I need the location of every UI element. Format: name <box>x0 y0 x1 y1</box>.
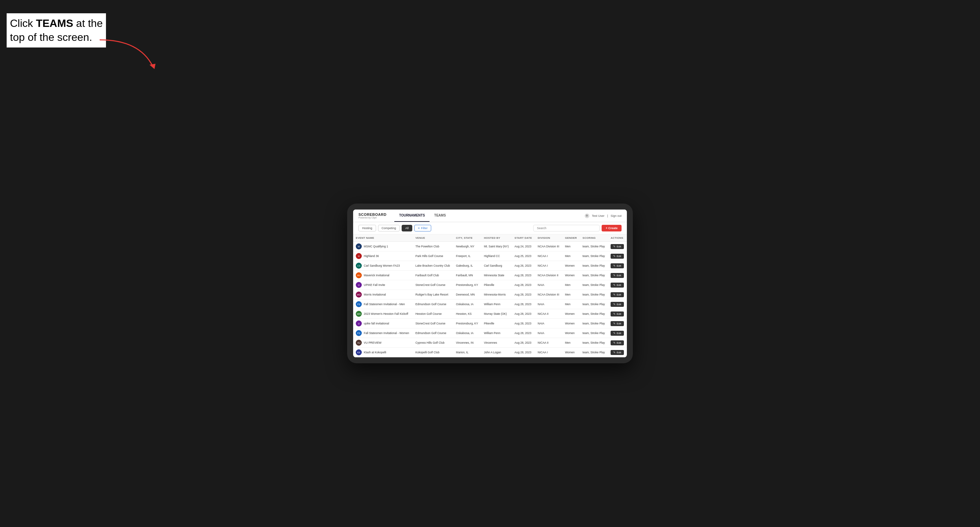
scoring-7: team, Stroke Play <box>580 309 608 319</box>
edit-button-4[interactable]: Edit <box>611 283 624 287</box>
actions-2: Edit <box>608 261 627 271</box>
event-name-11: Klash at Kokopelli <box>364 351 387 354</box>
tablet-device: SCOREBOARD Powered by Clipit TOURNAMENTS… <box>347 203 633 363</box>
actions-4: Edit <box>608 280 627 290</box>
edit-button-2[interactable]: Edit <box>611 264 624 268</box>
venue-2: Lake Bracken Country Club <box>413 261 453 271</box>
edit-button-5[interactable]: Edit <box>611 292 624 297</box>
sign-out-link[interactable]: Sign out <box>611 214 622 217</box>
event-name-6: Fall Statesmen Invitational - Men <box>364 303 405 306</box>
city-state-6: Oskaloosa, IA <box>453 300 481 309</box>
hosted-by-11: John A Logan <box>481 348 512 357</box>
event-name-7: 2023 Women's Hesston Fall Kickoff <box>364 312 408 316</box>
city-state-9: Oskaloosa, IA <box>453 329 481 338</box>
edit-button-8[interactable]: Edit <box>611 321 624 326</box>
hosted-by-5: Minnesota-Morris <box>481 290 512 300</box>
edit-button-1[interactable]: Edit <box>611 254 624 259</box>
edit-button-10[interactable]: Edit <box>611 340 624 345</box>
edit-button-6[interactable]: Edit <box>611 302 624 307</box>
event-name-cell-2: CS Carl Sandburg Women FA23 <box>353 261 413 271</box>
table-row: VU VU PREVIEW Cypress Hills Golf Club Vi… <box>353 338 627 348</box>
team-logo-2: CS <box>356 263 362 269</box>
hosted-by-8: Pikeville <box>481 319 512 329</box>
team-logo-3: MV <box>356 272 362 278</box>
navbar: SCOREBOARD Powered by Clipit TOURNAMENTS… <box>353 210 627 222</box>
event-name-2: Carl Sandburg Women FA23 <box>364 264 400 267</box>
hosted-by-1: Highland CC <box>481 251 512 261</box>
team-logo-6: FS <box>356 301 362 307</box>
table-row: U UPIKE Fall Invite StoneCrest Golf Cour… <box>353 280 627 290</box>
nav-teams[interactable]: TEAMS <box>430 210 450 222</box>
actions-8: Edit <box>608 319 627 329</box>
filter-icon: ≡ <box>418 227 420 230</box>
division-4: NAIA <box>535 280 562 290</box>
city-state-3: Faribault, MN <box>453 271 481 280</box>
edit-button-7[interactable]: Edit <box>611 311 624 316</box>
tournaments-table: EVENT NAME VENUE CITY, STATE HOSTED BY S… <box>353 235 627 357</box>
separator: | <box>607 214 608 217</box>
actions-5: Edit <box>608 290 627 300</box>
actions-9: Edit <box>608 329 627 338</box>
actions-7: Edit <box>608 309 627 319</box>
actions-3: Edit <box>608 271 627 280</box>
create-button[interactable]: + Create <box>601 225 622 232</box>
event-name-cell-8: U upike fall invitational <box>353 319 413 329</box>
event-name-cell-7: WH 2023 Women's Hesston Fall Kickoff <box>353 309 413 319</box>
edit-button-0[interactable]: Edit <box>611 244 624 249</box>
col-city-state: CITY, STATE <box>453 235 481 242</box>
division-11: NICAA I <box>535 348 562 357</box>
venue-6: Edmundson Golf Course <box>413 300 453 309</box>
instruction-bold: TEAMS <box>36 17 73 29</box>
actions-6: Edit <box>608 300 627 309</box>
venue-3: Faribault Golf Club <box>413 271 453 280</box>
gender-8: Women <box>562 319 580 329</box>
event-name-cell-10: VU VU PREVIEW <box>353 338 413 348</box>
table-row: MV Maverick Invitational Faribault Golf … <box>353 271 627 280</box>
nav-links: TOURNAMENTS TEAMS <box>395 210 450 222</box>
edit-button-9[interactable]: Edit <box>611 331 624 336</box>
hosted-by-4: Pikeville <box>481 280 512 290</box>
start-date-11: Aug 28, 2023 <box>512 348 535 357</box>
venue-11: Kokopelli Golf Club <box>413 348 453 357</box>
team-logo-0: M <box>356 243 362 249</box>
col-event-name: EVENT NAME <box>353 235 413 242</box>
nav-tournaments[interactable]: TOURNAMENTS <box>395 210 430 222</box>
edit-button-11[interactable]: Edit <box>611 350 624 355</box>
table-row: MO Morris Invitational Ruttger's Bay Lak… <box>353 290 627 300</box>
competing-button[interactable]: Competing <box>378 225 400 232</box>
start-date-5: Aug 28, 2023 <box>512 290 535 300</box>
division-8: NAIA <box>535 319 562 329</box>
city-state-10: Vincennes, IN <box>453 338 481 348</box>
brand-sub: Powered by Clipit <box>358 216 387 219</box>
brand: SCOREBOARD Powered by Clipit <box>358 213 387 219</box>
event-name-4: UPIKE Fall Invite <box>364 283 385 287</box>
hosted-by-10: Vincennes <box>481 338 512 348</box>
scoring-5: team, Stroke Play <box>580 290 608 300</box>
event-name-cell-4: U UPIKE Fall Invite <box>353 280 413 290</box>
filter-button[interactable]: ≡ Filter <box>414 225 431 232</box>
svg-marker-0 <box>150 64 156 69</box>
team-logo-8: U <box>356 321 362 326</box>
hosted-by-7: Murray State (OK) <box>481 309 512 319</box>
hosting-button[interactable]: Hosting <box>358 225 376 232</box>
event-name-5: Morris Invitational <box>364 293 386 296</box>
division-10: NICAA II <box>535 338 562 348</box>
gender-7: Women <box>562 309 580 319</box>
edit-button-3[interactable]: Edit <box>611 273 624 278</box>
division-7: NICAA II <box>535 309 562 319</box>
event-name-3: Maverick Invitational <box>364 274 389 277</box>
hosted-by-9: William Penn <box>481 329 512 338</box>
city-state-7: Hesston, KS <box>453 309 481 319</box>
all-button[interactable]: All <box>402 225 412 232</box>
search-input[interactable] <box>533 225 600 232</box>
settings-icon[interactable]: ⚙ <box>585 214 589 218</box>
nav-right: ⚙ Test User | Sign out <box>585 214 622 218</box>
gender-11: Women <box>562 348 580 357</box>
venue-8: StoneCrest Golf Course <box>413 319 453 329</box>
col-actions: ACTIONS <box>608 235 627 242</box>
event-name-cell-5: MO Morris Invitational <box>353 290 413 300</box>
event-name-cell-6: FS Fall Statesmen Invitational - Men <box>353 300 413 309</box>
col-venue: VENUE <box>413 235 453 242</box>
team-logo-9: FS <box>356 330 362 336</box>
brand-title: SCOREBOARD <box>358 213 387 216</box>
